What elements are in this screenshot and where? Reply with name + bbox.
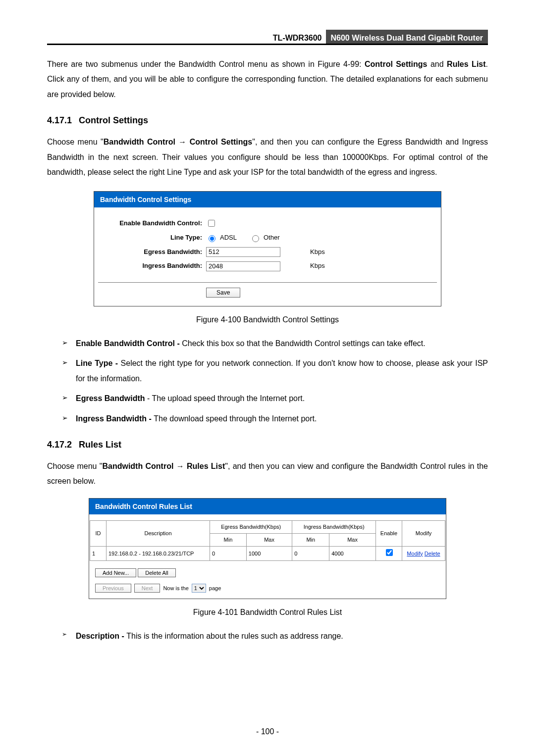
col-egress-min: Min <box>210 534 247 547</box>
col-egress: Egress Bandwidth(Kbps) <box>210 521 292 534</box>
delete-all-button[interactable]: Delete All <box>138 568 175 577</box>
line-type-adsl-radio[interactable] <box>209 235 215 242</box>
col-description: Description <box>107 521 210 547</box>
intro-link-rules-list: Rules List <box>447 60 485 68</box>
egress-unit: Kbps <box>310 246 325 258</box>
bullet-description: Description - This is the information ab… <box>62 629 488 644</box>
col-ingress-max: Max <box>329 534 376 547</box>
enable-bandwidth-checkbox[interactable] <box>208 220 215 227</box>
rules-list-paragraph: Choose menu "Bandwidth Control → Rules L… <box>47 459 488 489</box>
rules-list-bullet-list: Description - This is the information ab… <box>47 629 488 644</box>
cell-egress-max: 1000 <box>246 547 292 561</box>
intro-paragraph: There are two submenus under the Bandwid… <box>47 57 488 102</box>
col-egress-max: Max <box>246 534 292 547</box>
bullet-enable-bandwidth: Enable Bandwidth Control - Check this bo… <box>62 336 488 351</box>
section-title: Rules List <box>79 440 121 450</box>
ingress-bandwidth-input[interactable] <box>206 261 280 271</box>
cell-egress-min: 0 <box>210 547 247 561</box>
next-button[interactable]: Next <box>134 584 160 593</box>
rules-table: ID Description Egress Bandwidth(Kbps) In… <box>90 520 445 561</box>
egress-bandwidth-label: Egress Bandwidth: <box>103 246 206 258</box>
add-new-button[interactable]: Add New... <box>95 568 136 577</box>
cell-modify: Modify Delete <box>402 547 445 561</box>
figure-4-101-caption: Figure 4-101 Bandwidth Control Rules Lis… <box>47 605 488 620</box>
bandwidth-control-rules-panel: Bandwidth Control Rules List ID Descript… <box>89 498 446 599</box>
pager-text-pre: Now is the <box>163 583 188 594</box>
cell-id: 1 <box>90 547 107 561</box>
section-title: Control Settings <box>79 115 148 125</box>
col-id: ID <box>90 521 107 547</box>
cell-ingress-max: 4000 <box>329 547 376 561</box>
delete-link[interactable]: Delete <box>425 551 440 556</box>
line-type-adsl-label: ADSL <box>220 232 237 244</box>
bullet-line-type: Line Type - Select the right type for yo… <box>62 356 488 386</box>
cell-enable <box>376 547 402 561</box>
page-select[interactable]: 1 <box>192 584 206 593</box>
cell-ingress-min: 0 <box>292 547 329 561</box>
enable-bandwidth-label: Enable Bandwidth Control: <box>103 217 206 230</box>
ingress-bandwidth-label: Ingress Bandwidth: <box>103 260 206 272</box>
modify-link[interactable]: Modify <box>407 551 423 556</box>
model-label: TL-WDR3600 <box>269 30 326 44</box>
col-modify: Modify <box>402 521 445 547</box>
section-rules-list-heading: 4.17.2Rules List <box>47 436 488 453</box>
page-number: - 100 - <box>0 724 535 739</box>
cell-description: 192.168.0.2 - 192.168.0.23/21/TCP <box>107 547 210 561</box>
figure-4-100-caption: Figure 4-100 Bandwidth Control Settings <box>47 312 488 327</box>
col-enable: Enable <box>376 521 402 547</box>
rule-enable-checkbox[interactable] <box>386 549 393 556</box>
control-settings-paragraph: Choose menu "Bandwidth Control → Control… <box>47 135 488 180</box>
page-header: TL-WDR3600 N600 Wireless Dual Band Gigab… <box>47 30 488 45</box>
bullet-ingress-bandwidth: Ingress Bandwidth - The download speed t… <box>62 411 488 426</box>
section-control-settings-heading: 4.17.1Control Settings <box>47 112 488 129</box>
section-number: 4.17.1 <box>47 115 72 125</box>
line-type-label: Line Type: <box>103 232 206 244</box>
product-label: N600 Wireless Dual Band Gigabit Router <box>326 30 488 44</box>
pager-text-post: page <box>209 583 221 594</box>
intro-text: and <box>427 60 447 68</box>
table-row: 1 192.168.0.2 - 192.168.0.23/21/TCP 0 10… <box>90 547 445 561</box>
previous-button[interactable]: Previous <box>95 584 131 593</box>
ingress-unit: Kbps <box>310 260 325 272</box>
save-button[interactable]: Save <box>206 288 240 298</box>
control-settings-bullet-list: Enable Bandwidth Control - Check this bo… <box>47 336 488 426</box>
intro-text: There are two submenus under the Bandwid… <box>47 60 365 68</box>
col-ingress: Ingress Bandwidth(Kbps) <box>292 521 376 534</box>
panel-title: Bandwidth Control Settings <box>94 192 441 208</box>
bandwidth-control-settings-panel: Bandwidth Control Settings Enable Bandwi… <box>94 191 441 306</box>
line-type-other-label: Other <box>264 232 280 244</box>
section-number: 4.17.2 <box>47 440 72 450</box>
panel-title: Bandwidth Control Rules List <box>89 499 446 515</box>
intro-link-control-settings: Control Settings <box>365 60 427 68</box>
line-type-other-radio[interactable] <box>252 235 259 242</box>
egress-bandwidth-input[interactable] <box>206 247 280 257</box>
col-ingress-min: Min <box>292 534 329 547</box>
bullet-egress-bandwidth: Egress Bandwidth - The upload speed thro… <box>62 391 488 406</box>
